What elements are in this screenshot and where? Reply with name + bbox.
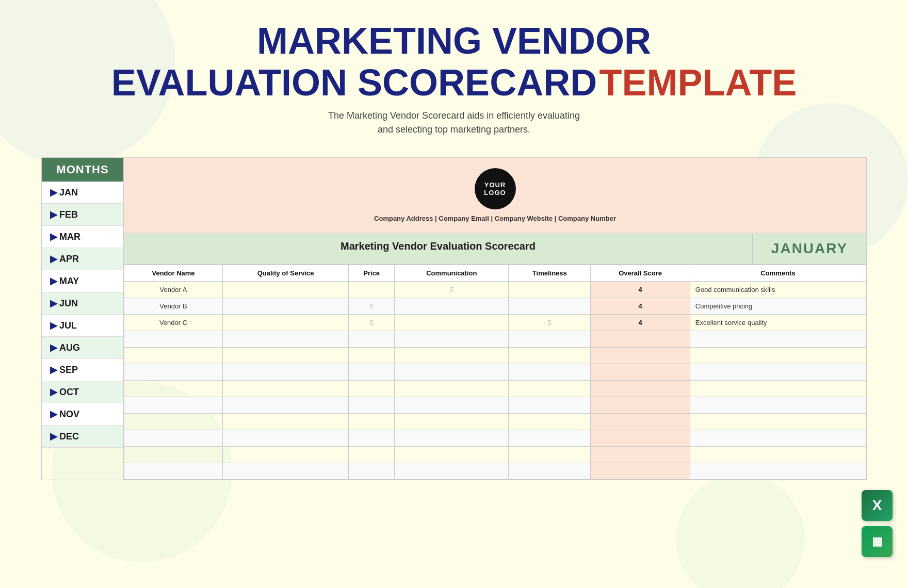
excel-icon[interactable]: X [862,490,893,521]
sidebar-item-nov[interactable]: ▶NOV [42,403,123,426]
timeliness-val [509,298,591,315]
company-logo: YOUR LOGO [475,168,516,209]
timeliness-val: 5 [509,315,591,331]
table-row [124,331,866,348]
comment: Competitive pricing [690,298,866,315]
overall-score: 4 [591,315,690,331]
sidebar-item-may[interactable]: ▶MAY [42,270,123,292]
col-timeliness: Timeliness [509,265,591,282]
table-row [124,381,866,397]
table-row [124,348,866,364]
sidebar-item-jul[interactable]: ▶JUL [42,315,123,337]
quality-val [223,315,349,331]
communication-val [395,298,509,315]
scorecard-area: YOUR LOGO Company Address | Company Emai… [124,157,867,480]
company-banner: YOUR LOGO Company Address | Company Emai… [124,158,866,233]
sheets-icon[interactable]: ▦ [862,526,893,557]
page-header: MARKETING VENDOR EVALUATION SCORECARD TE… [0,0,908,147]
sidebar-item-jan[interactable]: ▶JAN [42,182,123,204]
table-row [124,397,866,414]
sidebar-item-aug[interactable]: ▶AUG [42,337,123,359]
col-vendor-name: Vendor Name [124,265,223,282]
vendor-name: Vendor C [124,315,223,331]
col-price: Price [349,265,395,282]
table-row: Vendor B 5 4 Competitive pricing [124,298,866,315]
col-quality: Quality of Service [223,265,349,282]
table-row [124,430,866,447]
app-icons: X ▦ [862,490,893,557]
sidebar-item-mar[interactable]: ▶MAR [42,226,123,248]
price-val: 5 [349,315,395,331]
comment: Good communication skills [690,282,866,298]
sidebar-item-jun[interactable]: ▶JUN [42,292,123,315]
quality-val [223,282,349,298]
col-comments: Comments [690,265,866,282]
overall-score: 4 [591,282,690,298]
months-sidebar: Months ▶JAN ▶FEB ▶MAR ▶APR ▶MAY ▶JUN ▶JU… [41,157,124,480]
company-info: Company Address | Company Email | Compan… [374,215,616,222]
title-line2: EVALUATION SCORECARD TEMPLATE [10,61,898,104]
comment: Excellent service quality [690,315,866,331]
sidebar-header: Months [42,158,123,182]
main-content: Months ▶JAN ▶FEB ▶MAR ▶APR ▶MAY ▶JUN ▶JU… [41,157,867,480]
communication-val [395,315,509,331]
table-row [124,447,866,463]
scorecard-title-row: Marketing Vendor Evaluation Scorecard JA… [124,233,866,265]
vendor-name: Vendor B [124,298,223,315]
table-row [124,364,866,381]
table-row [124,463,866,480]
table-row: Vendor C 5 5 4 Excellent service quality [124,315,866,331]
quality-val [223,298,349,315]
col-overall-score: Overall Score [591,265,690,282]
table-row: Vendor A 5 4 Good communication skills [124,282,866,298]
title-line1: MARKETING VENDOR [10,21,898,61]
sidebar-item-dec[interactable]: ▶DEC [42,426,123,448]
communication-val: 5 [395,282,509,298]
vendor-name: Vendor A [124,282,223,298]
sidebar-item-feb[interactable]: ▶FEB [42,204,123,226]
col-communication: Communication [395,265,509,282]
sidebar-item-oct[interactable]: ▶OCT [42,381,123,403]
price-val: 5 [349,298,395,315]
table-row [124,414,866,430]
vendor-table: Vendor Name Quality of Service Price Com… [124,265,866,480]
scorecard-title: Marketing Vendor Evaluation Scorecard [124,233,753,264]
scorecard-month: JANUARY [753,233,866,264]
timeliness-val [509,282,591,298]
overall-score: 4 [591,298,690,315]
header-subtitle: The Marketing Vendor Scorecard aids in e… [10,109,898,137]
sidebar-item-apr[interactable]: ▶APR [42,248,123,270]
price-val [349,282,395,298]
sidebar-item-sep[interactable]: ▶SEP [42,359,123,381]
